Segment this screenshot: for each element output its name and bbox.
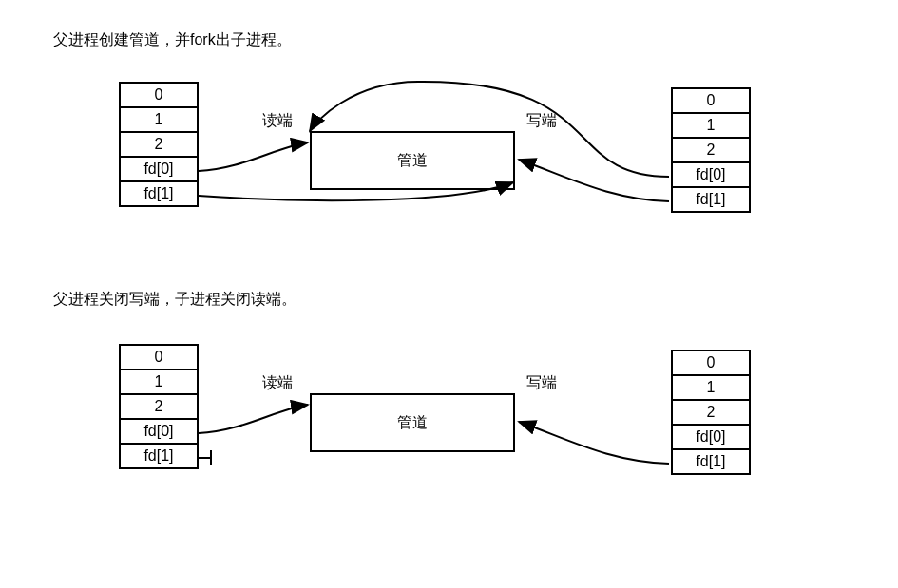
write-label-2: 写端 [526,373,557,393]
right-fd-table-1: 0 1 2 fd[0] fd[1] [671,87,751,213]
pipe-label: 管道 [397,413,428,433]
table-cell: 2 [672,400,750,425]
read-label-1: 读端 [262,111,293,131]
table-cell: fd[0] [120,157,198,181]
arrow-right-fd1-to-write-2 [519,422,669,464]
table-cell: fd[1] [672,449,750,474]
table-cell: fd[1] [672,187,750,212]
table-cell: fd[1] [120,444,198,468]
left-fd-table-1: 0 1 2 fd[0] fd[1] [119,82,199,207]
pipe-box-1: 管道 [310,131,515,190]
table-cell: 2 [120,394,198,419]
right-fd-table-2: 0 1 2 fd[0] fd[1] [671,350,751,475]
arrow-right-fd1-to-write-1 [519,160,669,201]
table-cell: 2 [120,132,198,157]
read-label-2: 读端 [262,373,293,393]
left-fd-table-2: 0 1 2 fd[0] fd[1] [119,344,199,469]
table-cell: 0 [120,83,198,107]
pipe-label: 管道 [397,151,428,171]
table-cell: 1 [120,370,198,394]
table-cell: fd[0] [672,162,750,187]
table-cell: 0 [672,88,750,113]
table-cell: fd[1] [120,181,198,206]
table-cell: 0 [120,345,198,370]
table-cell: 1 [672,375,750,400]
table-cell: 0 [672,351,750,375]
table-cell: fd[0] [672,425,750,449]
arrow-left-fd0-to-read-2 [199,405,308,433]
arrow-left-fd0-to-read-1 [199,142,308,171]
table-cell: 2 [672,138,750,162]
table-cell: 1 [672,113,750,138]
table-cell: fd[0] [120,419,198,444]
write-label-1: 写端 [526,111,557,131]
table-cell: 1 [120,107,198,132]
diagram1-caption: 父进程创建管道，并fork出子进程。 [53,30,292,50]
pipe-box-2: 管道 [310,393,515,452]
diagram2-caption: 父进程关闭写端，子进程关闭读端。 [53,290,296,310]
